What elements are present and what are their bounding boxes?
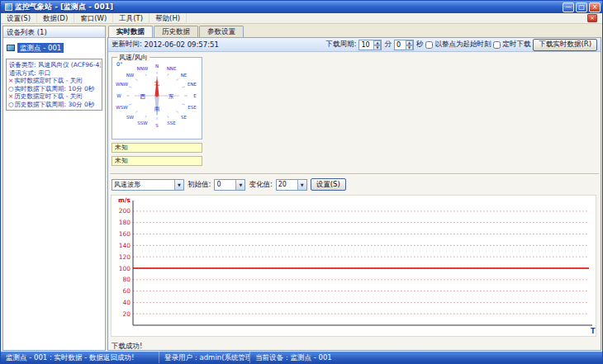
realtime-tab-content: 更新时间: 2012-06-02 09:57:51 下载周期: ▲▼ 分 ▲▼ …: [107, 37, 601, 351]
seconds-stepper[interactable]: ▲▼: [394, 40, 414, 50]
app-icon: [5, 3, 12, 11]
timed-download-label: 定时下载: [502, 40, 530, 50]
svg-text:60: 60: [122, 287, 131, 295]
status-glyph: ×: [8, 77, 13, 84]
device-info-line: ×历史数据定时下载 - 关闭: [8, 92, 101, 101]
change-value-select[interactable]: 20 ▼: [276, 179, 307, 191]
device-info-text: 实时数据下载周期: 10分 0秒: [15, 85, 95, 92]
align-start-option[interactable]: 以整点为起始时刻: [425, 40, 491, 50]
align-start-checkbox[interactable]: [425, 41, 433, 49]
svg-text:E: E: [193, 93, 197, 98]
device-tree-item[interactable]: 监测点 - 001: [3, 42, 105, 53]
realtime-toolbar: 更新时间: 2012-06-02 09:57:51 下载周期: ▲▼ 分 ▲▼ …: [108, 38, 601, 52]
svg-text:WSW: WSW: [116, 105, 128, 110]
window-title: 监控气象站 - [监测点 - 001]: [15, 2, 561, 12]
svg-text:ENE: ENE: [188, 82, 197, 87]
minimize-icon[interactable]: —: [563, 2, 574, 12]
svg-text:WNW: WNW: [116, 82, 129, 87]
update-time-label: 更新时间:: [112, 40, 142, 50]
tab-realtime-data[interactable]: 实时数据: [108, 26, 153, 37]
svg-text:120: 120: [119, 253, 131, 261]
svg-text:160: 160: [119, 230, 131, 238]
download-realtime-button[interactable]: 下载实时数据(R): [533, 39, 597, 51]
menu-bar: 设置(S)数据(D)窗口(W)工具(T)帮助(H): [1, 13, 602, 24]
device-list-caption: 设备列表 (1): [3, 26, 105, 38]
status-glyph: ○: [8, 101, 14, 108]
initial-value-label: 初始值:: [188, 180, 211, 190]
chevron-down-icon[interactable]: ▼: [174, 180, 183, 190]
svg-text:200: 200: [119, 207, 131, 215]
timed-download-option[interactable]: 定时下载: [493, 40, 530, 50]
change-value-label: 变化值:: [249, 180, 272, 190]
svg-text:N: N: [155, 64, 159, 69]
status-device-message: 监测点 - 001 : 实时数据 - 数据返回成功!: [1, 352, 159, 363]
initial-value: 0: [215, 181, 235, 188]
app-window: { "window": { "title": "监控气象站 - [监测点 - 0…: [0, 0, 603, 364]
svg-text:80: 80: [122, 276, 131, 283]
svg-text:SSE: SSE: [167, 121, 176, 125]
status-current-device: 当前设备：监测点 - 001: [250, 352, 602, 363]
minutes-unit-label: 分: [384, 40, 392, 50]
svg-text:NW: NW: [126, 73, 135, 78]
svg-text:SW: SW: [126, 115, 134, 120]
seconds-unit-label: 秒: [416, 40, 424, 50]
device-info-line: ○历史数据下载周期: 30分 0秒: [8, 101, 101, 109]
tab-parameter-settings[interactable]: 参数设置: [199, 26, 244, 37]
device-info-box: 设备类型: 风速风向仪 (ACF96-4) 通讯方式: 串口 ×实时数据定时下载…: [6, 59, 102, 111]
section-divider: [110, 173, 599, 175]
device-info-text: 历史数据定时下载 - 关闭: [14, 92, 82, 100]
device-info-line: 设备类型: 风速风向仪 (ACF96-4): [8, 61, 101, 69]
chevron-down-icon[interactable]: ▼: [235, 180, 245, 190]
title-bar: 监控气象站 - [监测点 - 001] — □ ×: [1, 1, 602, 13]
device-info-line: ○实时数据下载周期: 10分 0秒: [8, 85, 101, 93]
download-status-text: 下载成功!: [112, 342, 142, 352]
initial-value-select[interactable]: 0 ▼: [214, 179, 245, 191]
menu-item[interactable]: 帮助(H): [150, 13, 187, 24]
chevron-down-icon[interactable]: ▼: [297, 180, 306, 190]
menu-item[interactable]: 数据(D): [37, 13, 74, 24]
svg-text:北: 北: [154, 80, 160, 87]
seconds-down-icon[interactable]: ▼: [406, 45, 413, 50]
svg-text:NE: NE: [181, 73, 188, 78]
svg-text:140: 140: [119, 242, 131, 249]
status-glyph: ×: [8, 92, 13, 100]
svg-text:180: 180: [119, 219, 131, 226]
align-start-label: 以整点为起始时刻: [434, 40, 491, 50]
change-value: 20: [277, 181, 297, 188]
maximize-icon[interactable]: □: [576, 2, 587, 12]
menu-item[interactable]: 设置(S): [1, 13, 37, 24]
tab-history-data[interactable]: 历史数据: [154, 26, 198, 37]
close-icon[interactable]: ×: [589, 2, 601, 12]
svg-text:西: 西: [140, 93, 146, 100]
minutes-down-icon[interactable]: ▼: [373, 45, 381, 50]
svg-text:m/s: m/s: [118, 196, 131, 204]
menu-item[interactable]: 窗口(W): [74, 13, 113, 24]
svg-text:S: S: [155, 123, 159, 128]
minutes-stepper[interactable]: ▲▼: [358, 40, 382, 50]
mdi-close-icon[interactable]: ×: [587, 14, 597, 22]
svg-text:NNE: NNE: [167, 66, 177, 71]
svg-text:ESE: ESE: [188, 105, 197, 110]
status-bar: 监测点 - 001 : 实时数据 - 数据返回成功! 登录用户：admin(系统…: [1, 352, 602, 363]
chart-controls: 风速波形 ▼ 初始值: 0 ▼ 变化值: 20 ▼ 设置(S): [112, 178, 346, 191]
timed-download-checkbox[interactable]: [493, 41, 501, 49]
svg-text:SE: SE: [181, 115, 187, 120]
device-info-text: 通讯方式: 串口: [9, 69, 50, 77]
svg-text:W: W: [116, 93, 121, 98]
waveform-select-value: 风速波形: [112, 180, 174, 189]
status-login-user: 登录用户：admin(系统管理员): [159, 352, 250, 363]
device-list-panel: 设备列表 (1) 监测点 - 001 设备类型: 风速风向仪 (ACF96-4)…: [2, 26, 106, 351]
device-info-text: 实时数据定时下载 - 关闭: [14, 77, 82, 84]
set-button[interactable]: 设置(S): [311, 178, 346, 191]
menu-item[interactable]: 工具(T): [113, 13, 150, 24]
svg-text:0°: 0°: [116, 61, 122, 68]
svg-text:NNW: NNW: [137, 66, 149, 71]
cycle-label: 下载周期:: [326, 40, 357, 50]
waveform-select[interactable]: 风速波形 ▼: [112, 179, 184, 191]
tab-strip: 实时数据 历史数据 参数设置: [107, 26, 601, 37]
update-time-value: 2012-06-02 09:57:51: [145, 40, 219, 49]
status-glyph: ○: [8, 85, 14, 92]
svg-text:南: 南: [154, 106, 160, 112]
device-tree-label: 监测点 - 001: [17, 43, 64, 53]
svg-text:100: 100: [119, 265, 131, 272]
